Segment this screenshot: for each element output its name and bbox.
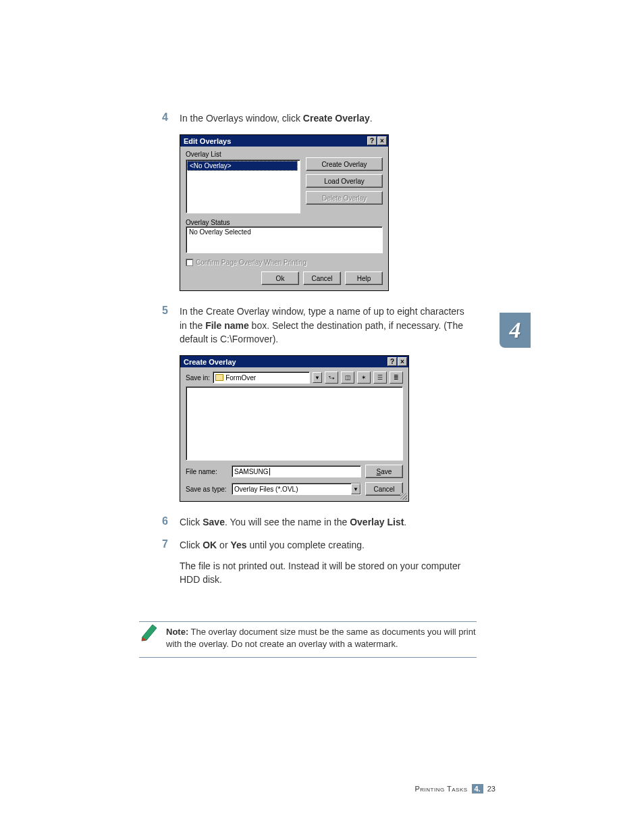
text-bold: File name [205,320,249,331]
save-in-value: FormOver [225,374,256,382]
overlay-list-label: Overlay List [186,151,300,158]
file-name-value: SAMSUNG [234,468,269,475]
save-in-dropdown[interactable]: FormOver [213,371,310,384]
load-overlay-button[interactable]: Load Overlay [306,174,383,188]
text-bold: OK [203,540,217,550]
confirm-overlay-checkbox-row: Confirm Page Overlay When Printing [186,259,383,266]
step-number-blank [162,559,180,587]
text: . [404,517,406,527]
note-text: Note: The overlay document size must be … [166,626,477,650]
text: or [217,540,230,550]
text: In the Overlays window, click [180,113,303,124]
text-caret [269,468,270,475]
cancel-button[interactable]: Cancel [365,482,403,496]
footer-page: 23 [487,785,495,793]
step-6: 6 Click Save. You will see the name in t… [162,515,473,529]
help-icon[interactable]: ? [367,136,377,145]
text-bold: Yes [230,540,246,550]
delete-overlay-button: Delete Overlay [306,191,383,205]
status-text: No Overlay Selected [189,228,251,236]
chapter-number: 4 [510,317,521,343]
note-label: Note: [166,627,188,637]
save-button[interactable]: SSaveave [365,465,403,478]
save-in-label: Save in: [186,374,210,382]
ok-button[interactable]: Ok [261,271,299,285]
overlay-list[interactable]: <No Overlay> [186,159,300,213]
overlay-status-label: Overlay Status [186,219,383,226]
page-footer: Printing Tasks 4.23 [414,784,495,793]
cancel-button[interactable]: Cancel [303,271,341,285]
step-number: 7 [162,538,180,552]
save-as-type-dropdown[interactable]: Overlay Files (*.OVL) ▼ [232,483,361,495]
close-icon[interactable]: × [377,136,387,145]
text: . [370,113,373,124]
dialog-title: Edit Overlays [184,137,367,145]
list-view-icon[interactable]: ☰ [373,371,387,384]
step-7-continued: The file is not printed out. Instead it … [162,559,473,587]
file-name-label: File name: [186,468,227,475]
step-text: Click OK or Yes until you complete creat… [180,538,473,552]
new-folder-icon[interactable]: ✶ [357,371,371,384]
details-view-icon[interactable]: ≣ [390,371,403,384]
desktop-icon[interactable]: ◫ [341,371,354,384]
help-icon[interactable]: ? [387,357,397,366]
save-as-type-label: Save as type: [186,486,227,493]
step-4: 4 In the Overlays window, click Create O… [162,111,473,125]
text: . You will see the name in the [225,517,350,527]
resize-handle[interactable] [400,493,407,500]
note-block: Note: The overlay document size must be … [139,621,477,658]
note-icon [139,621,162,644]
text: until you complete creating. [247,540,365,550]
step-number: 4 [162,111,180,125]
create-overlay-button[interactable]: Create Overlay [306,157,383,171]
text: Click [180,540,203,550]
create-overlay-dialog: Create Overlay ? × Save in: FormOver ▼ ⮑… [180,355,409,502]
folder-icon [215,374,223,381]
text-bold: Create Overlay [303,113,370,124]
text-bold: Overlay List [350,517,404,527]
footer-section: Printing Tasks [414,785,467,793]
chevron-down-icon[interactable]: ▼ [313,372,322,383]
help-button[interactable]: Help [345,271,383,285]
chevron-down-icon[interactable]: ▼ [351,484,360,494]
step-text: In the Overlays window, click Create Ove… [180,111,473,125]
checkbox[interactable] [186,259,193,266]
text: Click [180,517,203,527]
dialog-titlebar: Create Overlay ? × [180,356,408,367]
up-folder-icon[interactable]: ⮑ [325,371,338,384]
save-as-type-value: Overlay Files (*.OVL) [234,486,351,493]
step-number: 5 [162,305,180,346]
step-5: 5 In the Create Overlay window, type a n… [162,305,473,346]
step-number: 6 [162,515,180,529]
close-icon[interactable]: × [398,357,407,366]
step-text: In the Create Overlay window, type a nam… [180,305,473,346]
edit-overlays-dialog: Edit Overlays ? × Overlay List <No Overl… [180,134,389,291]
file-list-area[interactable] [186,386,403,461]
text-bold: Save [203,517,225,527]
note-body: The overlay document size must be the sa… [166,627,476,649]
file-name-input[interactable]: SAMSUNG [232,465,361,477]
list-item[interactable]: <No Overlay> [187,161,298,171]
checkbox-label: Confirm Page Overlay When Printing [196,259,306,266]
overlay-status-box: No Overlay Selected [186,226,383,253]
dialog-titlebar: Edit Overlays ? × [180,135,388,147]
dialog-title: Create Overlay [184,358,387,366]
footer-chapter: 4. [472,784,483,793]
step-7: 7 Click OK or Yes until you complete cre… [162,538,473,552]
step-text: Click Save. You will see the name in the… [180,515,473,529]
chapter-tab: 4 [500,313,531,348]
step-text: The file is not printed out. Instead it … [180,559,473,587]
